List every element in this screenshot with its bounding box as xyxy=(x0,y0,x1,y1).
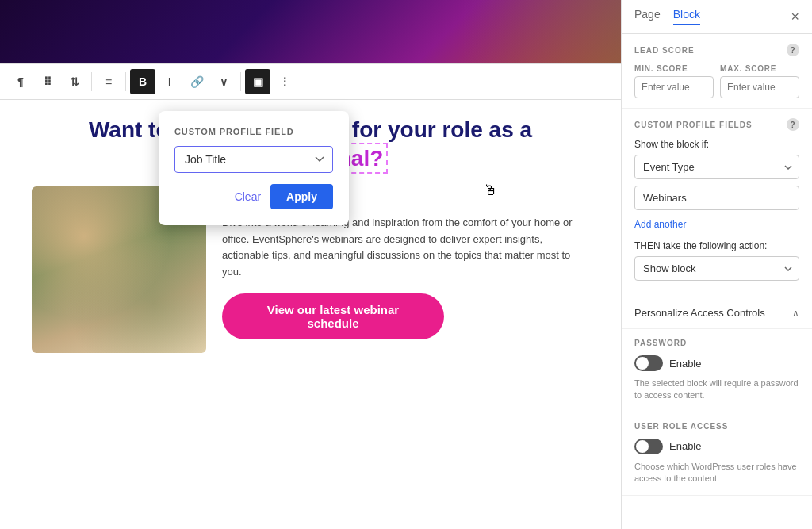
move-button[interactable]: ⇅ xyxy=(62,69,87,94)
popup-actions: Clear Apply xyxy=(174,184,333,209)
tab-block[interactable]: Block xyxy=(673,8,700,25)
italic-button[interactable]: I xyxy=(157,69,182,94)
chevron-up-icon: ∧ xyxy=(792,308,799,319)
custom-profile-fields-section: CUSTOM PROFILE FIELDS ? Show the block i… xyxy=(622,109,812,297)
score-row: MIN. SCORE MAX. SCORE xyxy=(634,64,799,98)
max-score-label: MAX. SCORE xyxy=(720,64,799,73)
lead-score-title: LEAD SCORE ? xyxy=(634,44,799,56)
panel-header: Page Block × xyxy=(622,0,812,34)
personalize-access-section[interactable]: Personalize Access Controls ∧ xyxy=(622,297,812,329)
show-block-if-label: Show the block if: xyxy=(634,139,799,150)
tab-page[interactable]: Page xyxy=(634,8,661,25)
personalize-access-title: Personalize Access Controls xyxy=(634,307,765,319)
hero-image xyxy=(462,0,621,63)
custom-profile-help[interactable]: ? xyxy=(787,118,799,131)
cta-button[interactable]: View our latest webinar schedule xyxy=(222,293,444,339)
lead-score-help[interactable]: ? xyxy=(787,44,799,56)
separator-3 xyxy=(240,72,241,91)
min-score-label: MIN. SCORE xyxy=(634,64,714,73)
editor-area: ¶ ⠿ ⇅ ≡ B I 🔗 ∨ ▣ ⋮ PWP:customJobtitle W… xyxy=(0,0,621,529)
chevron-button[interactable]: ∨ xyxy=(211,69,236,94)
lead-score-section: LEAD SCORE ? MIN. SCORE MAX. SCORE xyxy=(622,34,812,109)
custom-profile-title: CUSTOM PROFILE FIELDS ? xyxy=(634,118,799,131)
right-panel: Page Block × LEAD SCORE ? MIN. SCORE MAX… xyxy=(621,0,812,529)
popup-card: CUSTOM PROFILE FIELD Job Title Company I… xyxy=(159,111,349,225)
user-role-toggle-row: Enable xyxy=(634,439,799,454)
profile-field-select[interactable]: Job Title Company Industry Location xyxy=(174,146,333,173)
user-role-enable-label: Enable xyxy=(669,440,701,452)
user-role-help-text: Choose which WordPress user roles have a… xyxy=(634,461,799,485)
min-score-col: MIN. SCORE xyxy=(634,64,714,98)
password-title: PASSWORD xyxy=(634,339,799,347)
link-button[interactable]: 🔗 xyxy=(184,69,209,94)
then-action-label: THEN take the following action: xyxy=(634,240,799,251)
hero-section xyxy=(0,0,621,63)
password-toggle[interactable] xyxy=(634,355,663,371)
password-toggle-row: Enable xyxy=(634,355,799,371)
min-score-input[interactable] xyxy=(634,76,714,98)
separator-1 xyxy=(91,72,92,91)
grid-button[interactable]: ⠿ xyxy=(35,69,60,94)
user-role-title: USER ROLE ACCESS xyxy=(634,422,799,431)
paragraph-button[interactable]: ¶ xyxy=(8,69,33,94)
apply-button[interactable]: Apply xyxy=(270,184,333,209)
panel-close-button[interactable]: × xyxy=(791,9,799,25)
user-role-toggle[interactable] xyxy=(634,439,663,454)
webinars-input[interactable] xyxy=(634,186,799,210)
show-block-select[interactable]: Show block Hide block xyxy=(634,256,799,281)
password-enable-label: Enable xyxy=(669,358,701,370)
clear-button[interactable]: Clear xyxy=(235,190,261,203)
password-section: PASSWORD Enable The selected block will … xyxy=(622,329,812,412)
max-score-input[interactable] xyxy=(720,76,799,98)
event-type-select[interactable]: Event Type xyxy=(634,155,799,179)
profile-field-popup: CUSTOM PROFILE FIELD Job Title Company I… xyxy=(159,111,349,225)
image-button[interactable]: ▣ xyxy=(245,69,270,94)
popup-title: CUSTOM PROFILE FIELD xyxy=(174,127,333,136)
max-score-col: MAX. SCORE xyxy=(720,64,799,98)
user-role-section: USER ROLE ACCESS Enable Choose which Wor… xyxy=(622,412,812,496)
bold-button[interactable]: B xyxy=(130,69,155,94)
more-options-button[interactable]: ⋮ xyxy=(272,69,297,94)
password-help-text: The selected block will require a passwo… xyxy=(634,378,799,402)
align-button[interactable]: ≡ xyxy=(96,69,121,94)
panel-tabs: Page Block xyxy=(634,8,700,25)
separator-2 xyxy=(125,72,126,91)
add-another-link[interactable]: Add another xyxy=(634,219,686,230)
block-toolbar: ¶ ⠿ ⇅ ≡ B I 🔗 ∨ ▣ ⋮ xyxy=(0,63,621,100)
